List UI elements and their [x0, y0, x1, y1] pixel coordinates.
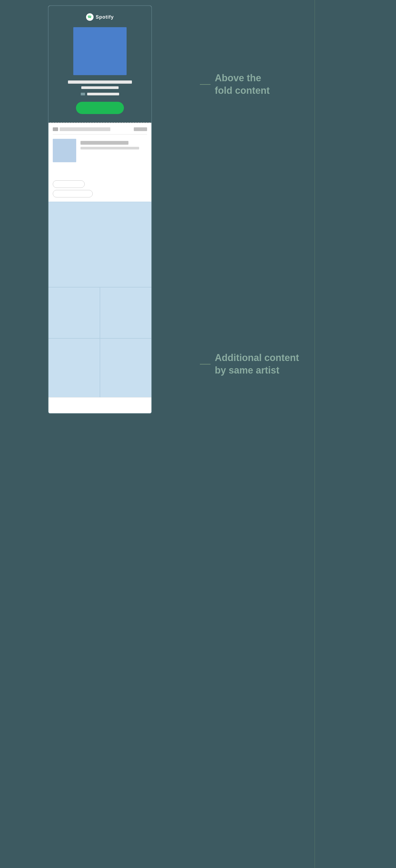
spotify-logo: Spotify — [86, 13, 114, 21]
action-button-medium[interactable] — [53, 190, 93, 197]
grid-cell-2 — [100, 287, 151, 338]
bottom-section — [49, 397, 151, 413]
content-thumbnail — [53, 139, 76, 162]
grid-cell-4 — [100, 339, 151, 397]
phone-frame: Spotify — [48, 5, 152, 414]
track-controls-row — [81, 93, 119, 95]
above-fold-label-line2: fold content — [215, 85, 270, 97]
album-art-placeholder — [73, 27, 127, 75]
track-artist-bar — [81, 86, 119, 89]
above-fold-text-block: Above the fold content — [215, 72, 270, 97]
content-title-bar — [81, 141, 128, 145]
above-fold-h-line — [200, 84, 211, 85]
nav-bar-row — [53, 127, 147, 134]
play-button-placeholder[interactable] — [76, 102, 124, 114]
control-icon-box — [81, 93, 85, 95]
content-text-area — [81, 139, 147, 162]
track-progress-bar — [87, 93, 119, 95]
additional-content-annotation: Additional content by same artist — [200, 352, 299, 377]
additional-h-line — [200, 364, 211, 365]
content-section — [53, 139, 147, 166]
nav-right-button — [134, 127, 147, 131]
additional-label-line2: by same artist — [215, 364, 299, 377]
svg-point-0 — [86, 13, 94, 21]
additional-label-line1: Additional content — [215, 352, 299, 364]
above-fold-annotation: Above the fold content — [200, 72, 270, 97]
grid-cell-3 — [49, 339, 100, 397]
content-grid — [49, 287, 151, 397]
action-button-small[interactable] — [53, 180, 85, 188]
additional-content-block — [49, 202, 151, 287]
vertical-divider-line — [314, 0, 315, 868]
main-layout: Spotify — [0, 0, 396, 868]
track-title-bar — [68, 81, 132, 84]
nav-icon — [53, 127, 58, 131]
phone-area: Spotify — [0, 0, 200, 868]
additional-content-annotation-line: Additional content by same artist — [200, 352, 299, 377]
content-spacer — [53, 172, 147, 180]
spotify-logo-text: Spotify — [96, 14, 114, 20]
above-fold-section: Spotify — [49, 6, 151, 123]
additional-text-block: Additional content by same artist — [215, 352, 299, 377]
above-fold-annotation-line: Above the fold content — [200, 72, 270, 97]
below-fold-section — [49, 123, 151, 202]
grid-cell-1 — [49, 287, 100, 338]
above-fold-label-line1: Above the — [215, 72, 270, 85]
spotify-icon — [86, 13, 94, 21]
nav-search-bar — [60, 127, 110, 131]
annotation-area: Above the fold content Additional conten… — [200, 0, 396, 868]
nav-left — [53, 127, 110, 131]
content-desc-bar — [81, 147, 139, 150]
